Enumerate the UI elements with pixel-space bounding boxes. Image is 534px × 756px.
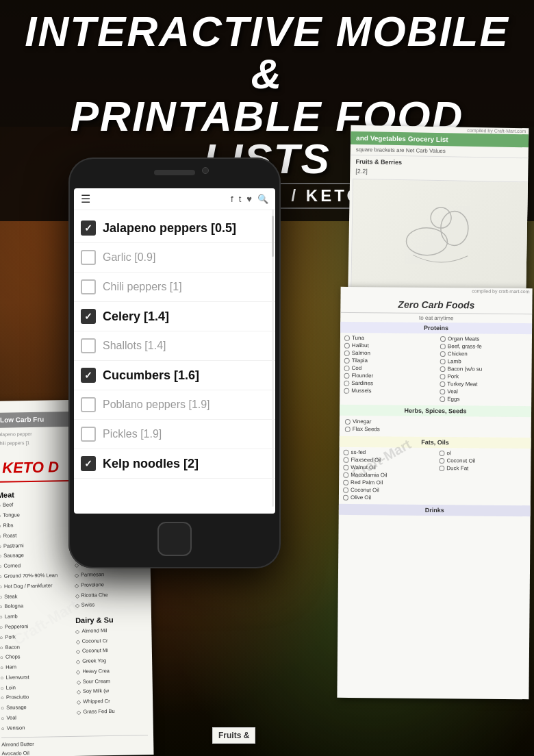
list-item: ◇Greek Yog <box>76 656 147 667</box>
checklist-item-9: Kelp noodles [2] <box>74 449 275 479</box>
list-item: ○Pork <box>0 632 71 643</box>
fat-item: Olive Oil <box>343 494 431 501</box>
protein-item: Veal <box>440 388 527 395</box>
checklist-item-5: Shallots [1.4] <box>74 331 275 361</box>
checklist-item-8: Pickles [1.9] <box>74 420 275 449</box>
list-item: ○Pepperoni <box>0 622 70 633</box>
checkbox-4[interactable] <box>81 309 96 324</box>
protein-item: Organ Meats <box>440 336 528 342</box>
item-text-6: Cucumbers [1.6] <box>103 368 199 383</box>
scrollbar-thumb <box>272 216 274 257</box>
fat-item: ol <box>439 450 526 457</box>
facebook-icon[interactable]: f <box>231 194 233 204</box>
list-item: ○Steak <box>0 592 70 603</box>
svg-point-1 <box>440 211 468 246</box>
item-text-8: Pickles [1.9] <box>103 428 162 440</box>
checkbox-2[interactable] <box>81 250 96 265</box>
list-item: ○Corned <box>0 561 69 572</box>
list-item: ◇Provolone <box>75 580 145 591</box>
protein-item: Halibut <box>344 342 432 349</box>
list-item: ○Loin <box>1 683 71 694</box>
list-item: ○Chops <box>0 652 71 663</box>
smartphone: ☰ f t ♥ 🔍 Jalapeno peppers [0.5] Garlic … <box>68 158 281 568</box>
list-item: ◇Whipped Cr <box>77 696 147 707</box>
list-item: ◇Almond Mil <box>75 626 146 637</box>
list-item: ○Ribs <box>0 520 68 531</box>
list-item: ○Tongue <box>0 510 68 521</box>
drinks-title: Drinks <box>339 504 531 516</box>
list-item: ◇Ricotta Che <box>75 590 145 601</box>
scrollbar[interactable] <box>272 209 274 507</box>
checklist-item-1: Jalapeno peppers [0.5] <box>74 214 275 243</box>
menu-icon[interactable]: ☰ <box>81 192 90 205</box>
twitter-icon[interactable]: t <box>239 194 242 204</box>
protein-item: Flounder <box>344 373 431 379</box>
sketch-illustration <box>351 179 529 292</box>
list-item: ◇Grass Fed Bu <box>77 707 147 718</box>
fat-item: ss-fed <box>343 449 431 456</box>
list-item: ◇Coconut Mi <box>76 646 147 657</box>
zero-carb-paper: compiled by craft-mart.com Zero Carb Foo… <box>337 287 532 699</box>
fat-item: Red Palm Oil <box>343 479 431 486</box>
pinterest-icon[interactable]: ♥ <box>246 194 252 204</box>
checklist-item-2: Garlic [0.9] <box>74 243 275 273</box>
protein-item: Salmon <box>344 350 432 357</box>
checklist: Jalapeno peppers [0.5] Garlic [0.9] Chil… <box>74 210 275 482</box>
checklist-item-7: Poblano peppers [1.9] <box>74 390 275 420</box>
fat-item: Macadamia Oil <box>343 472 431 479</box>
item-text-4: Celery [1.4] <box>103 310 169 324</box>
phone-screen: ☰ f t ♥ 🔍 Jalapeno peppers [0.5] Garlic … <box>74 188 275 514</box>
list-item: ○Bologna <box>0 601 70 612</box>
phone-camera <box>202 167 209 174</box>
item-text-1: Jalapeno peppers [0.5] <box>103 221 236 236</box>
list-item: ◇Swiss <box>75 600 146 611</box>
protein-item: Sardines <box>344 380 431 387</box>
list-item: ○Veal <box>1 713 71 724</box>
protein-item: Tilapia <box>344 357 432 364</box>
fruits-bottom-label: Fruits & <box>212 727 255 744</box>
protein-item: Bacon (w/o su <box>440 366 528 373</box>
fat-item: Coconut Oil <box>343 487 431 494</box>
checkbox-9[interactable] <box>81 456 96 471</box>
checkbox-8[interactable] <box>81 427 96 442</box>
item-text-5: Shallots [1.4] <box>103 340 166 352</box>
item-text-9: Kelp noodles [2] <box>103 457 199 471</box>
checkbox-7[interactable] <box>81 397 96 412</box>
protein-item: Cod <box>344 365 432 372</box>
phone-speaker <box>154 170 195 175</box>
fat-item: Flaxseed Oil <box>343 457 431 464</box>
zero-carb-title: Zero Carb Foods <box>340 293 532 314</box>
list-item: ○Beef <box>0 500 68 511</box>
home-button[interactable] <box>157 522 192 556</box>
list-item: ○Ground 70%-90% Lean <box>0 571 69 582</box>
protein-item: Beef, grass-fe <box>440 343 528 350</box>
list-item: ○Sausage <box>1 703 71 714</box>
checkbox-1[interactable] <box>81 220 96 236</box>
checkbox-3[interactable] <box>81 279 96 294</box>
item-text-3: Chili peppers [1] <box>103 281 182 293</box>
list-item: ◇Heavy Crea <box>76 666 147 677</box>
protein-item: Lamb <box>440 358 528 365</box>
fat-item: Walnut Oil <box>343 464 431 471</box>
list-item: ○Sausage <box>0 551 69 562</box>
fat-item: Duck Fat <box>439 465 526 472</box>
item-text-7: Poblano peppers [1.9] <box>103 399 210 411</box>
checkbox-6[interactable] <box>81 368 96 383</box>
list-item: ○Bacon <box>0 642 71 653</box>
protein-item: Pork <box>440 373 527 380</box>
screen-header: ☰ f t ♥ 🔍 <box>74 188 275 210</box>
dairy-section-title: Dairy & Su <box>75 614 146 627</box>
herb-item: Flax Seeds <box>345 426 526 433</box>
protein-item: Eggs <box>440 396 527 403</box>
search-icon[interactable]: 🔍 <box>257 194 268 204</box>
item-text-2: Garlic [0.9] <box>103 251 155 264</box>
checkbox-5[interactable] <box>81 338 96 353</box>
list-item: ○Ham <box>0 662 71 673</box>
herb-item: Vinegar <box>345 418 526 426</box>
protein-item: Mussels <box>344 388 431 394</box>
list-item: ○Liverwurst <box>0 672 71 683</box>
list-item: ○Venison <box>1 723 72 734</box>
list-item: ○Hot Dog / Frankfurter <box>0 581 69 592</box>
protein-item: Chicken <box>440 351 528 357</box>
protein-item: Tuna <box>344 335 432 342</box>
